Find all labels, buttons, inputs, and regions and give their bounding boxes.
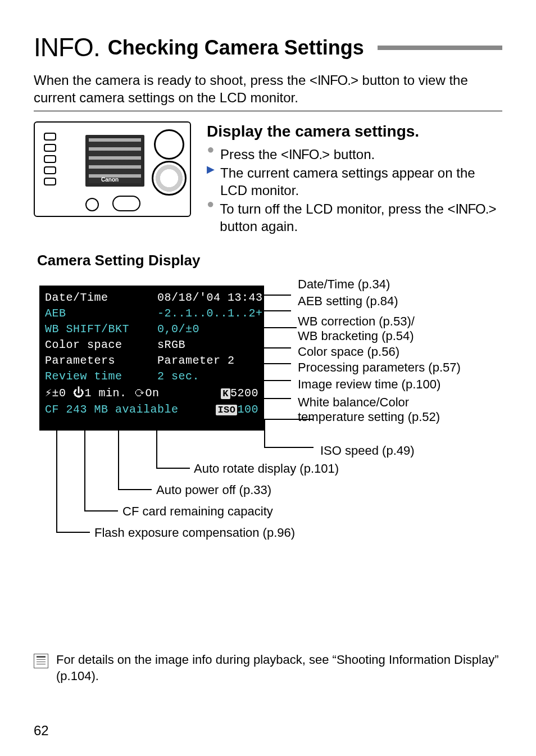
scr-value: 0,0/±0 [157,322,258,337]
page-title-row: INFO. Checking Camera Settings [34,31,502,65]
annotation: AEB setting (p.84) [298,293,398,310]
iso-tag-icon: ISO [216,405,237,415]
annotation: Color space (p.56) [298,344,399,360]
leader-line [56,532,90,533]
scr-value: -2..1..0..1..2+ [157,306,258,321]
leader-line [264,363,291,364]
info-inline: INFO. [317,73,351,88]
intro-text-1: When the camera is ready to shoot, press… [34,73,317,88]
camera-illustration: Canon [34,121,191,217]
title-rule [378,46,502,50]
info-inline: INFO. [289,147,322,162]
annotation: White balance/Color [298,395,409,411]
info-inline: INFO. [455,201,488,216]
t: Press the < [220,147,289,162]
step-item: ● Press the <INFO.> button. [207,146,502,163]
t: The current camera settings appear on th… [220,164,502,199]
step-heading: Display the camera settings. [207,121,502,142]
leader-line [264,398,291,399]
scr-bottom-left: CF 243 MB available [45,402,179,417]
scr-bottom-left: ⚡±0 ⏻1 min. ⟳On [45,386,160,401]
step-item: ▶ The current camera settings appear on … [207,164,502,199]
leader-line [264,295,291,296]
leader-line [118,431,119,489]
annotation: Auto power off (p.33) [156,482,271,499]
scr-label: AEB [45,306,66,321]
leader-line [264,380,291,381]
scr-label: Color space [45,338,122,352]
annotation: Date/Time (p.34) [298,277,390,293]
footer-note: For details on the image info during pla… [34,652,502,684]
t: > button. [322,147,375,162]
scr-value: sRGB [157,338,258,352]
leader-line [118,489,152,490]
annotation: CF card remaining capacity [122,504,273,520]
scr-label: Parameters [45,354,115,368]
annotation: temperature setting (p.52) [298,409,440,425]
note-text: For details on the image info during pla… [56,652,502,684]
separator [34,111,502,111]
lcd-screen: Date/Time08/18/'04 13:43 AEB-2..1..0..1.… [39,286,264,431]
annotation: Auto rotate display (p.101) [194,461,339,477]
leader-line [84,431,85,510]
note-icon [34,654,48,668]
scr-label: Review time [45,369,122,384]
step-item: ● To turn off the LCD monitor, press the… [207,200,502,235]
scr-value: Parameter 2 [157,354,258,368]
leader-line [264,447,314,448]
section-heading: Camera Setting Display [37,251,502,270]
t: To turn off the LCD monitor, press the < [220,201,455,216]
leader-line [264,327,297,328]
leader-line [156,431,157,468]
step-list: ● Press the <INFO.> button. ▶ The curren… [207,146,502,236]
scr-value: 2 sec. [157,369,258,384]
intro-paragraph: When the camera is ready to shoot, press… [34,71,502,106]
scr-label: Date/Time [45,291,108,305]
leader-line [264,310,291,311]
leader-line [264,347,291,348]
scr-label: WB SHIFT/BKT [45,322,129,337]
bullet-triangle-icon: ▶ [207,164,215,199]
annotation: Processing parameters (p.57) [298,360,461,376]
annotation: Image review time (p.100) [298,377,440,393]
bullet-dot-icon: ● [207,200,214,235]
leader-line [264,419,265,447]
scr-value: 100 [237,403,258,416]
info-glyph: INFO. [34,31,100,65]
scr-value: 5200 [230,387,258,400]
page-number: 62 [34,722,49,739]
k-tag-icon: K [221,388,230,399]
bullet-dot-icon: ● [207,146,215,163]
leader-line [84,510,118,511]
annotation: WB bracketing (p.54) [298,328,414,345]
step-row: Canon Display the camera settings. ● Pre… [34,121,502,236]
page-title: Checking Camera Settings [108,35,364,61]
leader-line [56,431,57,532]
annotation: WB correction (p.53)/ [298,314,415,330]
settings-diagram: Date/Time08/18/'04 13:43 AEB-2..1..0..1.… [34,275,502,545]
annotation: ISO speed (p.49) [320,443,415,459]
annotation: Flash exposure compensation (p.96) [94,525,295,541]
leader-line [156,468,190,469]
scr-value: 08/18/'04 13:43 [157,291,258,305]
